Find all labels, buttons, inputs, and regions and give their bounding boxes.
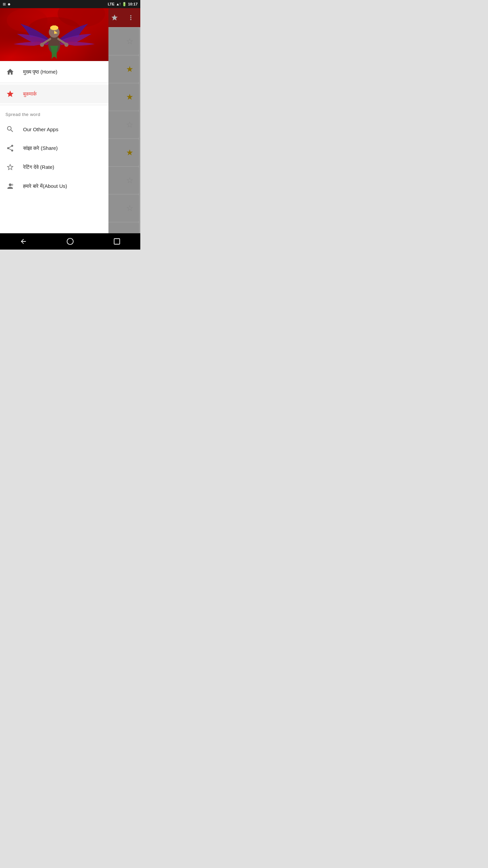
svg-point-14 (67, 238, 73, 244)
bookmark-icon (5, 89, 15, 99)
home-menu-label: मुख्य पृष्ठ (Home) (23, 69, 57, 75)
clock: 10:17 (128, 2, 138, 6)
share-menu-icon (5, 143, 15, 153)
signal-icon: ▲! (116, 2, 121, 6)
rate-menu-label: रेटिंग देवे (Rate) (23, 164, 54, 170)
drawer-menu: मुख्य पृष्ठ (Home) बुकमार्क Spread the w… (0, 61, 108, 250)
recent-apps-button[interactable] (107, 235, 127, 248)
menu-item-bookmark[interactable]: बुकमार्क (0, 84, 108, 103)
svg-text:i: i (12, 184, 12, 185)
garuda-illustration (0, 0, 108, 61)
home-icon (5, 67, 15, 77)
nav-drawer: मुख्य पृष्ठ (Home) बुकमार्क Spread the w… (0, 0, 108, 250)
menu-divider-1 (0, 83, 108, 83)
status-bar-right: LTE ▲! 🔋 10:17 (108, 2, 138, 6)
about-menu-label: हमारे बारे में(About Us) (23, 183, 67, 189)
svg-point-10 (40, 43, 44, 47)
status-bar: ⊞ ☻ LTE ▲! 🔋 10:17 (0, 0, 140, 8)
other-apps-label: Our Other Apps (23, 126, 58, 132)
app-icon-1: ⊞ (3, 2, 6, 6)
battery-icon: 🔋 (122, 2, 127, 6)
home-button[interactable] (60, 235, 80, 248)
svg-point-11 (64, 43, 68, 47)
drawer-header (0, 0, 108, 61)
share-menu-label: सांझा करे (Share) (23, 145, 58, 151)
menu-item-share[interactable]: सांझा करे (Share) (0, 139, 108, 158)
menu-item-home[interactable]: मुख्य पृष्ठ (Home) (0, 62, 108, 81)
svg-rect-15 (114, 239, 120, 244)
app-icon-2: ☻ (7, 2, 11, 6)
svg-rect-7 (53, 25, 56, 28)
search-icon (5, 124, 15, 134)
back-button[interactable] (13, 235, 34, 248)
menu-item-other-apps[interactable]: Our Other Apps (0, 120, 108, 139)
menu-divider-2 (0, 105, 108, 105)
network-type: LTE (108, 2, 115, 6)
person-info-icon: i (5, 181, 15, 191)
star-outline-icon (5, 162, 15, 172)
bottom-nav (0, 233, 140, 250)
menu-item-about[interactable]: i हमारे बारे में(About Us) (0, 177, 108, 196)
spread-section-label: Spread the word (0, 106, 108, 120)
menu-item-rate[interactable]: रेटिंग देवे (Rate) (0, 158, 108, 177)
bookmark-menu-label: बुकमार्क (23, 91, 37, 97)
status-bar-left: ⊞ ☻ (3, 2, 11, 6)
